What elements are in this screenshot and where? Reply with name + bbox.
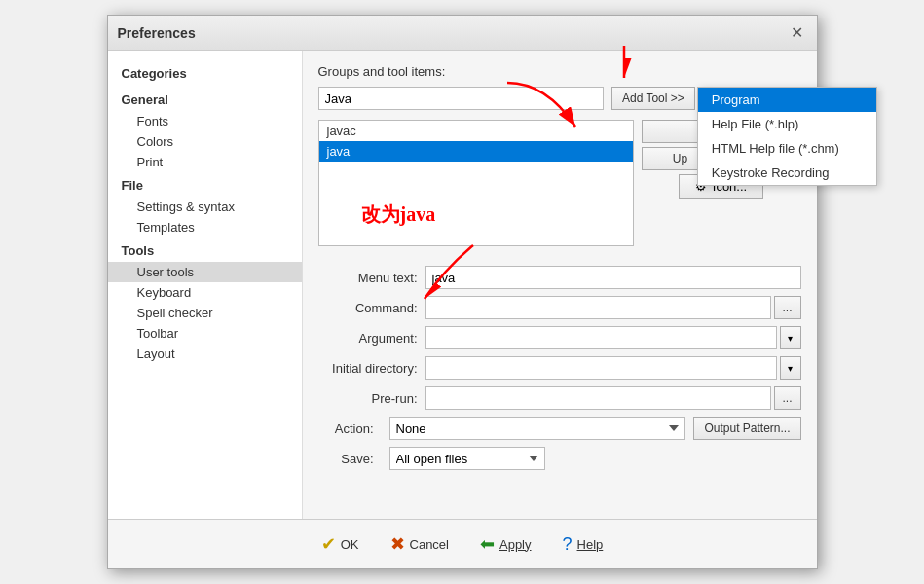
command-label: Command:	[318, 301, 425, 315]
ok-icon: ✔	[321, 533, 336, 555]
pre-run-browse-button[interactable]: ...	[774, 386, 801, 410]
close-button[interactable]: ✕	[787, 23, 807, 42]
menu-item-program[interactable]: Program	[698, 88, 876, 112]
initial-dir-input-group: ▾	[425, 356, 801, 380]
help-label: Help	[577, 537, 604, 552]
menu-item-html-help[interactable]: HTML Help file (*.chm)	[698, 136, 876, 161]
pre-run-input[interactable]	[425, 386, 771, 410]
add-tool-dropdown: Program Help File (*.hlp) HTML Help file…	[697, 87, 877, 186]
help-button[interactable]: ? Help	[555, 529, 611, 559]
initial-dir-label: Initial directory:	[318, 361, 425, 376]
command-row: Command: ...	[318, 296, 801, 319]
menu-item-keystroke[interactable]: Keystroke Recording	[698, 161, 876, 185]
sidebar-item-keyboard[interactable]: Keyboard	[108, 282, 302, 303]
sidebar-item-general[interactable]: General	[108, 89, 302, 111]
preferences-dialog: Preferences ✕ Categories General Fonts C…	[107, 15, 818, 569]
argument-input[interactable]	[425, 326, 777, 349]
sidebar-item-toolbar[interactable]: Toolbar	[108, 323, 302, 344]
action-label: Action:	[318, 421, 382, 436]
ok-button[interactable]: ✔ OK	[314, 529, 367, 559]
group-name-input[interactable]	[318, 87, 604, 110]
main-panel: Groups and tool items: Add Tool >> Progr…	[303, 51, 817, 519]
ok-label: OK	[341, 537, 359, 552]
sidebar-item-fonts[interactable]: Fonts	[108, 111, 302, 131]
add-tool-button[interactable]: Add Tool >>	[611, 87, 695, 110]
apply-button[interactable]: ⬅ Apply	[472, 529, 539, 559]
argument-label: Argument:	[318, 331, 425, 346]
sidebar-item-tools[interactable]: Tools	[108, 239, 302, 262]
pre-run-label: Pre-run:	[318, 391, 425, 406]
pre-run-input-group: ...	[425, 386, 801, 410]
list-area: javac java	[318, 120, 634, 256]
apply-icon: ⬅	[480, 533, 495, 555]
initial-dir-dropdown-button[interactable]: ▾	[780, 356, 801, 380]
sidebar-section-general: General Fonts Colors Print	[108, 89, 302, 172]
tool-item-javac[interactable]: javac	[319, 121, 633, 141]
argument-input-group: ▾	[425, 326, 801, 349]
sidebar-section-tools: Tools User tools Keyboard Spell checker …	[108, 239, 302, 364]
help-icon: ?	[563, 534, 573, 555]
sidebar-item-templates[interactable]: Templates	[108, 217, 302, 237]
menu-item-help-file[interactable]: Help File (*.hlp)	[698, 112, 876, 136]
initial-dir-row: Initial directory: ▾	[318, 356, 801, 380]
menu-text-label: Menu text:	[318, 271, 425, 285]
sidebar-item-settings-syntax[interactable]: Settings & syntax	[108, 197, 302, 217]
sidebar: Categories General Fonts Colors Print Fi…	[108, 51, 303, 519]
menu-text-input[interactable]	[425, 266, 801, 289]
sidebar-item-spell-checker[interactable]: Spell checker	[108, 303, 302, 323]
save-select[interactable]: All open files	[389, 447, 545, 470]
action-row: Action: None Output Pattern...	[318, 417, 801, 440]
tool-list[interactable]: javac java	[318, 120, 634, 246]
sidebar-section-file: File Settings & syntax Templates	[108, 174, 302, 237]
menu-text-row: Menu text:	[318, 266, 801, 289]
sidebar-item-print[interactable]: Print	[108, 152, 302, 172]
group-name-row: Add Tool >> Program Help File (*.hlp) HT…	[318, 87, 801, 110]
save-row: Save: All open files	[318, 447, 801, 470]
dialog-body: Categories General Fonts Colors Print Fi…	[108, 51, 817, 519]
apply-label: Apply	[499, 537, 532, 552]
sidebar-item-colors[interactable]: Colors	[108, 131, 302, 152]
command-input[interactable]	[425, 296, 771, 319]
cancel-button[interactable]: ✖ Cancel	[383, 529, 457, 559]
dialog-title: Preferences	[118, 25, 196, 41]
title-bar: Preferences ✕	[108, 16, 817, 51]
save-label: Save:	[318, 452, 382, 466]
section-title: Groups and tool items:	[318, 64, 801, 79]
sidebar-item-user-tools[interactable]: User tools	[108, 262, 302, 282]
sidebar-item-file[interactable]: File	[108, 174, 302, 197]
categories-label: Categories	[108, 60, 302, 89]
argument-row: Argument: ▾	[318, 326, 801, 349]
initial-dir-input[interactable]	[425, 356, 777, 380]
footer: ✔ OK ✖ Cancel ⬅ Apply ? Help	[108, 519, 817, 568]
sidebar-item-layout[interactable]: Layout	[108, 344, 302, 364]
cancel-icon: ✖	[390, 533, 405, 555]
add-tool-container: Add Tool >> Program Help File (*.hlp) HT…	[611, 87, 695, 110]
output-pattern-button[interactable]: Output Pattern...	[693, 417, 800, 440]
pre-run-row: Pre-run: ...	[318, 386, 801, 410]
cancel-label: Cancel	[410, 537, 449, 552]
argument-dropdown-button[interactable]: ▾	[780, 326, 801, 349]
tool-item-java[interactable]: java	[319, 141, 633, 162]
command-input-group: ...	[425, 296, 801, 319]
command-browse-button[interactable]: ...	[774, 296, 801, 319]
action-select[interactable]: None	[389, 417, 686, 440]
